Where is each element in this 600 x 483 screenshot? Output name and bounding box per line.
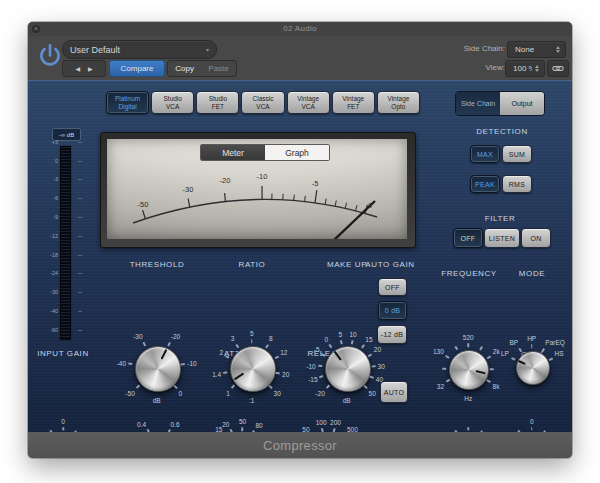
knob-tick-label: -50 xyxy=(125,390,134,397)
meter-scale-label: -18 xyxy=(34,252,58,258)
circuit-vintage-vca-button[interactable]: VintageVCA xyxy=(287,91,330,114)
side-chain-dropdown[interactable]: None xyxy=(507,41,566,58)
detection-max-button[interactable]: MAX xyxy=(470,145,500,163)
copy-paste-group: Copy Paste xyxy=(167,60,237,77)
knob-tick-label: 8 xyxy=(269,335,273,342)
knob-tick xyxy=(223,372,227,374)
knob-tick-label: 200 xyxy=(330,419,341,426)
filter-on-button[interactable]: ON xyxy=(521,228,551,248)
knob-tick xyxy=(368,353,372,356)
detection-title: DETECTION xyxy=(452,127,552,136)
detection-rms-button[interactable]: RMS xyxy=(502,175,532,193)
knob-tick-label: -20 xyxy=(171,333,180,340)
meter-scale-tick xyxy=(78,161,82,162)
knob-tick-label: -20 xyxy=(315,390,324,397)
meter-graph-tabs: Meter Graph xyxy=(200,144,330,161)
circuit-vintage-fet-button[interactable]: VintageFET xyxy=(332,91,375,114)
vu-meter-face: -50 -30 -20 -10 -5 0 Meter Graph xyxy=(107,139,407,239)
meter-scale-tick xyxy=(78,311,82,312)
side-chain-view-button[interactable]: Side Chain xyxy=(456,92,500,115)
knob-tick-label: 32 xyxy=(437,383,444,390)
circuit-studio-fet-button[interactable]: StudioFET xyxy=(196,91,239,114)
knob-tick xyxy=(326,385,330,389)
knob-tick-label: -10 xyxy=(187,359,196,366)
knob-tick xyxy=(62,427,64,431)
detection-peak-button[interactable]: PEAK xyxy=(470,175,500,193)
detection-sum-button[interactable]: SUM xyxy=(502,145,532,163)
circuit-type-group: PlatinumDigital StudioVCA StudioFET Clas… xyxy=(106,91,420,114)
knob-tick-label: 0 xyxy=(324,336,328,343)
auto-gain-off-button[interactable]: OFF xyxy=(378,278,407,296)
knob-tick-label: 0 xyxy=(179,390,183,397)
knob-tick xyxy=(479,347,482,351)
circuit-studio-vca-button[interactable]: StudioVCA xyxy=(151,91,194,114)
preset-dropdown[interactable]: User Default ▾ xyxy=(62,40,217,59)
prev-preset-button[interactable]: ◀ xyxy=(75,65,80,72)
filter-off-button[interactable]: OFF xyxy=(453,228,483,248)
knob-tick xyxy=(275,356,279,359)
knob-tick xyxy=(329,345,332,349)
knob-tick xyxy=(269,385,273,389)
meter-scale-tick xyxy=(78,273,82,274)
auto-button[interactable]: AUTO xyxy=(380,381,408,403)
paste-button[interactable]: Paste xyxy=(208,64,228,73)
knob-tick xyxy=(445,356,449,359)
circuit-platinum-digital-button[interactable]: PlatinumDigital xyxy=(106,91,149,114)
side-chain-value: None xyxy=(508,45,553,54)
circuit-vintage-opto-button[interactable]: VintageOpto xyxy=(377,91,420,114)
compressor-panel: PlatinumDigital StudioVCA StudioFET Clas… xyxy=(28,80,572,433)
knob-tick xyxy=(319,376,323,379)
view-dropdown[interactable]: 100 % xyxy=(505,60,545,77)
knob-tick xyxy=(364,385,368,389)
vu-meter-bezel: -50 -30 -20 -10 -5 0 Meter Graph xyxy=(100,132,416,248)
meter-scale-label: +3 xyxy=(34,139,58,145)
meter-scale-tick xyxy=(78,236,82,237)
knob-tick xyxy=(531,345,533,349)
tab-graph[interactable]: Graph xyxy=(265,145,329,160)
meter-scale-label: 0 xyxy=(34,158,58,164)
knob-tick-label: 1 xyxy=(226,390,230,397)
output-view-button[interactable]: Output xyxy=(500,92,544,115)
knob-tick xyxy=(443,369,447,371)
link-icon xyxy=(552,64,564,73)
knob-tick-label: 0 xyxy=(61,418,65,425)
knob-tick xyxy=(370,376,374,379)
meter-scale-tick xyxy=(78,330,82,331)
knob-tick-label: -10 xyxy=(306,362,315,369)
knob-tick-label: 5 xyxy=(338,331,342,338)
knob-tick xyxy=(531,427,533,431)
knob-tick-label: LP xyxy=(501,350,509,357)
power-icon[interactable] xyxy=(37,42,63,70)
knob-tick xyxy=(231,385,235,389)
auto-gain-0db-button[interactable]: 0 dB xyxy=(378,301,407,320)
knob-tick-label: 3 xyxy=(231,335,235,342)
circuit-classic-vca-button[interactable]: ClassicVCA xyxy=(241,91,284,114)
knob-face xyxy=(516,351,550,385)
knob-tick-label: 0.6 xyxy=(171,421,180,428)
knob-tick xyxy=(128,363,132,365)
copy-button[interactable]: Copy xyxy=(175,64,194,73)
knob-tick xyxy=(519,348,522,352)
mode-knob[interactable]: LPBPHPParEQHS xyxy=(484,319,572,415)
knob-tick-label: 50 xyxy=(369,390,376,397)
filter-title: FILTER xyxy=(450,214,550,223)
link-button[interactable] xyxy=(547,60,569,77)
knob-tick-label: BP xyxy=(509,339,518,346)
filter-listen-button[interactable]: LISTEN xyxy=(484,228,520,248)
knob-tick xyxy=(454,347,457,351)
auto-gain-minus12db-button[interactable]: -12 dB xyxy=(377,325,407,344)
next-preset-button[interactable]: ▶ xyxy=(88,65,93,72)
knob-tick-label: 2 xyxy=(220,349,224,356)
knob-tick xyxy=(251,339,253,343)
tab-meter[interactable]: Meter xyxy=(201,145,265,160)
knob-tick-label: 20 xyxy=(282,370,289,377)
knob-tick-label: 20 xyxy=(374,346,381,353)
input-gain-title: INPUT GAIN xyxy=(28,349,98,358)
knob-tick-label: -15 xyxy=(308,375,317,382)
plugin-name: Compressor xyxy=(263,438,337,453)
view-label: View: xyxy=(448,63,505,72)
knob-tick-label: 0.4 xyxy=(137,421,146,428)
compare-button[interactable]: Compare xyxy=(109,60,165,77)
preset-name: User Default xyxy=(63,45,206,55)
knob-tick xyxy=(511,357,515,360)
